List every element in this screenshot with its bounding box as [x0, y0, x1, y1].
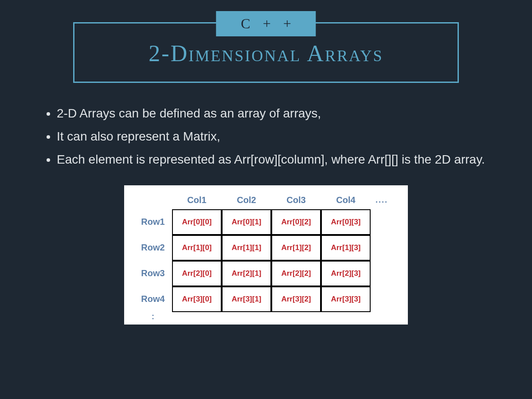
row-header: Row3: [141, 268, 164, 278]
row-header: Row1: [141, 217, 164, 227]
bullet-item: Each element is represented as Arr[row][…: [57, 149, 497, 170]
matrix-diagram: Col1 Col2 Col3 Col4 .... Row1 Arr[0][0] …: [124, 185, 408, 325]
col-header: Col4: [336, 195, 355, 205]
row-header: Row2: [141, 243, 164, 253]
slide: C + + 2-Dimensional Arrays 2-D Arrays ca…: [0, 22, 532, 399]
matrix-cell: Arr[1][0]: [172, 235, 222, 261]
matrix-cell: Arr[2][0]: [172, 261, 222, 286]
matrix-cell: Arr[3][1]: [222, 286, 271, 312]
matrix-cell: Arr[2][1]: [222, 261, 271, 286]
matrix-cell: Arr[3][3]: [321, 286, 371, 312]
slide-title: 2-Dimensional Arrays: [74, 40, 458, 66]
matrix-cell: Arr[3][2]: [271, 286, 321, 312]
bullet-list: 2-D Arrays can be defined as an array of…: [44, 103, 497, 170]
matrix-cell: Arr[3][0]: [172, 286, 222, 312]
title-box: C + + 2-Dimensional Arrays: [73, 22, 459, 83]
matrix-cell: Arr[0][1]: [222, 209, 271, 235]
matrix-grid: Col1 Col2 Col3 Col4 .... Row1 Arr[0][0] …: [134, 192, 398, 322]
matrix-cell: Arr[2][3]: [321, 261, 371, 286]
col-ellipsis: ....: [376, 196, 388, 205]
matrix-cell: Arr[1][3]: [321, 235, 371, 261]
matrix-cell: Arr[1][1]: [222, 235, 271, 261]
col-header: Col2: [237, 195, 256, 205]
col-header: Col3: [286, 195, 305, 205]
bullet-item: It can also represent a Matrix,: [57, 126, 497, 147]
row-ellipsis: :: [152, 316, 154, 318]
matrix-cell: Arr[2][2]: [271, 261, 321, 286]
col-header: Col1: [187, 195, 206, 205]
bullet-item: 2-D Arrays can be defined as an array of…: [57, 103, 497, 124]
matrix-cell: Arr[1][2]: [271, 235, 321, 261]
language-badge: C + +: [216, 11, 316, 36]
matrix-cell: Arr[0][0]: [172, 209, 222, 235]
matrix-cell: Arr[0][2]: [271, 209, 321, 235]
row-header: Row4: [141, 294, 164, 304]
matrix-cell: Arr[0][3]: [321, 209, 371, 235]
